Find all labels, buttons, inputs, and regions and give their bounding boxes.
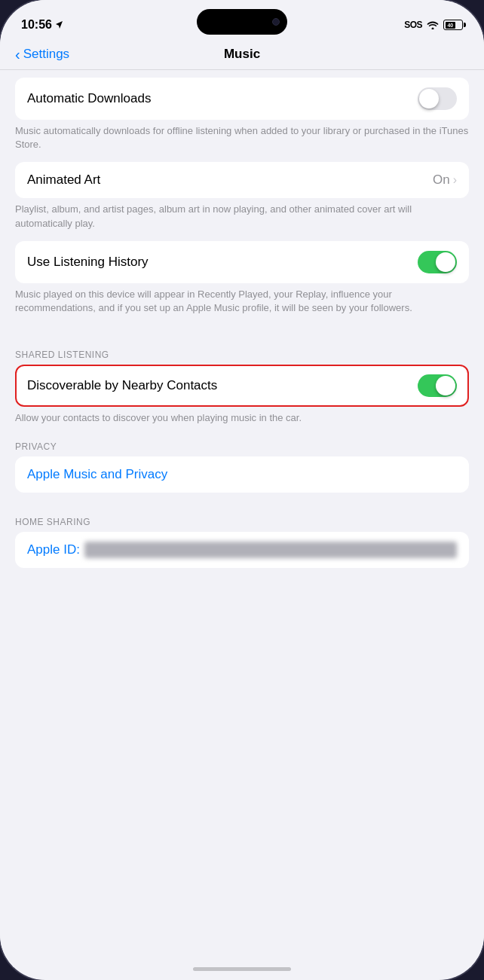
back-chevron-icon: ‹ xyxy=(15,47,20,62)
apple-id-row: Apple ID: xyxy=(15,532,469,568)
toggle-thumb xyxy=(436,376,455,395)
status-bar: 10:56 SOS xyxy=(0,0,484,41)
automatic-downloads-toggle[interactable] xyxy=(418,87,457,110)
time-display: 10:56 xyxy=(21,18,52,32)
animated-art-card: Animated Art On › xyxy=(15,162,469,198)
automatic-downloads-row: Automatic Downloads xyxy=(15,78,469,120)
animated-art-row[interactable]: Animated Art On › xyxy=(15,162,469,198)
page-title: Music xyxy=(224,47,260,62)
automatic-downloads-card: Automatic Downloads xyxy=(15,78,469,120)
toggle-thumb xyxy=(436,252,455,272)
shared-listening-section: SHARED LISTENING Discoverable by Nearby … xyxy=(0,343,484,435)
automatic-downloads-section: Automatic Downloads Music automatically … xyxy=(0,78,484,162)
shared-listening-description: Allow your contacts to discover you when… xyxy=(0,407,484,435)
listening-history-section: Use Listening History Music played on th… xyxy=(0,241,484,325)
apple-id-label: Apple ID: xyxy=(27,542,80,557)
animated-art-description: Playlist, album, and artist pages, album… xyxy=(0,198,484,240)
battery-indicator: 40 xyxy=(443,20,463,30)
status-right: SOS 40 xyxy=(404,20,463,30)
location-icon xyxy=(55,20,64,29)
phone-screen: 10:56 SOS xyxy=(0,0,484,980)
listening-history-label: Use Listening History xyxy=(27,255,149,270)
listening-history-row: Use Listening History xyxy=(15,241,469,283)
privacy-row[interactable]: Apple Music and Privacy xyxy=(15,456,469,493)
home-indicator[interactable] xyxy=(193,967,291,971)
dynamic-island xyxy=(197,9,287,35)
status-time: 10:56 xyxy=(21,18,64,32)
animated-art-label: Animated Art xyxy=(27,172,100,188)
home-sharing-section-label: HOME SHARING xyxy=(0,511,484,532)
back-label: Settings xyxy=(23,47,69,62)
phone-frame: 10:56 SOS xyxy=(0,0,484,980)
automatic-downloads-description: Music automatically downloads for offlin… xyxy=(0,120,484,162)
discoverable-card: Discoverable by Nearby Contacts xyxy=(15,365,469,407)
wifi-icon xyxy=(427,20,439,29)
listening-history-description: Music played on this device will appear … xyxy=(0,283,484,325)
discoverable-row: Discoverable by Nearby Contacts xyxy=(15,365,469,407)
back-button[interactable]: ‹ Settings xyxy=(15,47,69,62)
toggle-thumb xyxy=(419,89,439,108)
settings-content: Automatic Downloads Music automatically … xyxy=(0,70,484,967)
privacy-link[interactable]: Apple Music and Privacy xyxy=(27,467,167,482)
privacy-section: PRIVACY Apple Music and Privacy xyxy=(0,435,484,493)
privacy-card: Apple Music and Privacy xyxy=(15,456,469,493)
shared-listening-label: SHARED LISTENING xyxy=(0,343,484,365)
discoverable-toggle[interactable] xyxy=(418,374,457,397)
listening-history-card: Use Listening History xyxy=(15,241,469,283)
animated-art-section: Animated Art On › Playlist, album, and a… xyxy=(0,162,484,240)
battery-fill: 40 xyxy=(446,22,456,29)
nav-bar: ‹ Settings Music xyxy=(0,41,484,70)
chevron-right-icon: › xyxy=(453,173,457,187)
animated-art-value: On › xyxy=(433,172,457,188)
apple-id-value-blurred xyxy=(84,542,457,558)
privacy-section-label: PRIVACY xyxy=(0,435,484,456)
home-sharing-section: HOME SHARING Apple ID: xyxy=(0,511,484,568)
automatic-downloads-label: Automatic Downloads xyxy=(27,91,151,106)
listening-history-toggle[interactable] xyxy=(418,251,457,273)
camera-dot xyxy=(272,18,280,26)
home-sharing-card: Apple ID: xyxy=(15,532,469,568)
sos-indicator: SOS xyxy=(404,20,422,30)
discoverable-label: Discoverable by Nearby Contacts xyxy=(27,378,217,393)
